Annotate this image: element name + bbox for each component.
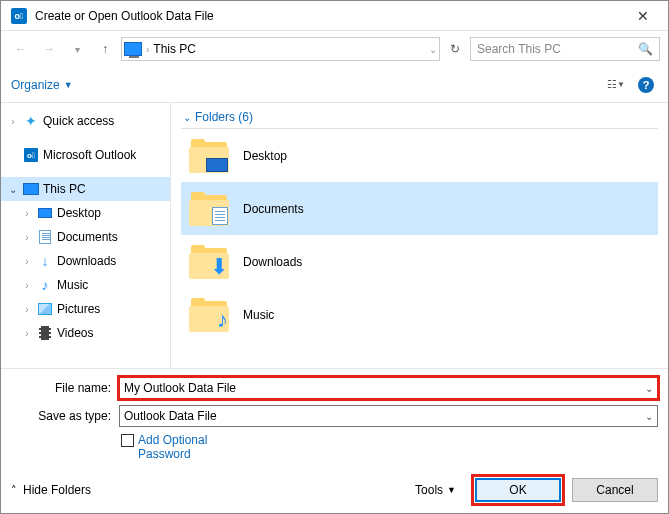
tree-quick-access[interactable]: › ✦ Quick access [1, 109, 170, 133]
outlook-app-icon: o⃓ [11, 8, 27, 24]
star-icon: ✦ [23, 113, 39, 129]
chevron-down-icon[interactable]: ⌄ [429, 44, 437, 55]
recent-locations-button[interactable]: ▾ [65, 37, 89, 61]
dialog-footer: ˄ Hide Folders Tools ▼ OK Cancel [1, 471, 668, 513]
tree-videos[interactable]: › Videos [1, 321, 170, 345]
chevron-down-icon[interactable]: ⌄ [645, 411, 653, 422]
cancel-button[interactable]: Cancel [572, 478, 658, 502]
this-pc-icon [124, 42, 142, 56]
navigation-tree: › ✦ Quick access o⃓ Microsoft Outlook ⌄ … [1, 103, 171, 368]
collapse-icon[interactable]: ⌄ [7, 184, 19, 195]
view-options-button[interactable]: ☷ ▼ [604, 73, 628, 97]
folder-icon [189, 192, 229, 226]
add-password-checkbox[interactable]: Add Optional Password [121, 433, 658, 461]
chevron-down-icon: ▼ [64, 80, 73, 90]
chevron-down-icon: ▼ [447, 485, 456, 495]
this-pc-icon [23, 183, 39, 195]
chevron-down-icon: ⌄ [183, 112, 191, 123]
folder-content: ⌄ Folders (6) Desktop Documents ⬇ Downlo… [171, 103, 668, 368]
tree-microsoft-outlook[interactable]: o⃓ Microsoft Outlook [1, 143, 170, 167]
expand-icon[interactable]: › [7, 116, 19, 127]
hide-folders-button[interactable]: ˄ Hide Folders [11, 483, 91, 497]
save-type-label: Save as type: [11, 409, 119, 423]
tree-this-pc[interactable]: ⌄ This PC [1, 177, 170, 201]
main-split: › ✦ Quick access o⃓ Microsoft Outlook ⌄ … [1, 103, 668, 368]
file-name-label: File name: [11, 381, 119, 395]
titlebar: o⃓ Create or Open Outlook Data File ✕ [1, 1, 668, 31]
tree-music[interactable]: › ♪ Music [1, 273, 170, 297]
chevron-right-icon: › [146, 44, 149, 55]
forward-button[interactable]: → [37, 37, 61, 61]
folders-group-header[interactable]: ⌄ Folders (6) [181, 107, 658, 129]
folder-icon [189, 139, 229, 173]
folder-icon: ♪ [189, 298, 229, 332]
close-button[interactable]: ✕ [628, 8, 658, 24]
music-icon: ♪ [37, 277, 53, 293]
chevron-up-icon: ˄ [11, 484, 17, 497]
tree-pictures[interactable]: › Pictures [1, 297, 170, 321]
folder-downloads[interactable]: ⬇ Downloads [181, 235, 658, 288]
tree-downloads[interactable]: › ↓ Downloads [1, 249, 170, 273]
desktop-icon [38, 208, 52, 218]
refresh-button[interactable]: ↻ [444, 38, 466, 60]
search-placeholder: Search This PC [477, 42, 561, 56]
folder-desktop[interactable]: Desktop [181, 129, 658, 182]
navigation-bar: ← → ▾ ↑ › This PC ⌄ ↻ Search This PC 🔍 [1, 31, 668, 67]
dialog-window: o⃓ Create or Open Outlook Data File ✕ ← … [0, 0, 669, 514]
search-icon: 🔍 [638, 42, 653, 56]
ok-highlight: OK [474, 477, 562, 503]
folder-documents[interactable]: Documents [181, 182, 658, 235]
form-area: File name: My Outlook Data File ⌄ Save a… [1, 368, 668, 471]
tree-documents[interactable]: › Documents [1, 225, 170, 249]
organize-button[interactable]: Organize ▼ [11, 78, 73, 92]
window-title: Create or Open Outlook Data File [35, 9, 628, 23]
outlook-icon: o⃓ [24, 148, 38, 162]
back-button[interactable]: ← [9, 37, 33, 61]
up-button[interactable]: ↑ [93, 37, 117, 61]
breadcrumb[interactable]: › This PC ⌄ [121, 37, 440, 61]
documents-icon [39, 230, 51, 244]
tree-desktop[interactable]: › Desktop [1, 201, 170, 225]
folder-music[interactable]: ♪ Music [181, 288, 658, 341]
search-input[interactable]: Search This PC 🔍 [470, 37, 660, 61]
pictures-icon [38, 303, 52, 315]
save-type-select[interactable]: Outlook Data File ⌄ [119, 405, 658, 427]
toolbar: Organize ▼ ☷ ▼ ? [1, 67, 668, 103]
file-name-input[interactable]: My Outlook Data File ⌄ [119, 377, 658, 399]
downloads-icon: ↓ [37, 253, 53, 269]
chevron-down-icon[interactable]: ⌄ [645, 383, 653, 394]
videos-icon [39, 326, 51, 340]
breadcrumb-label: This PC [153, 42, 196, 56]
ok-button[interactable]: OK [475, 478, 561, 502]
folder-icon: ⬇ [189, 245, 229, 279]
tools-button[interactable]: Tools ▼ [415, 483, 456, 497]
help-button[interactable]: ? [634, 73, 658, 97]
checkbox-icon[interactable] [121, 434, 134, 447]
